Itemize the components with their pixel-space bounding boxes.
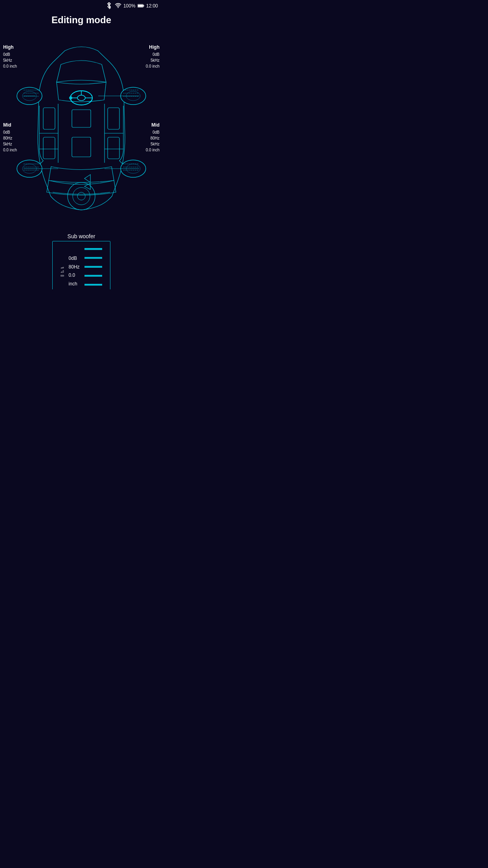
svg-rect-2 bbox=[143, 5, 144, 7]
ml-db: 0dB bbox=[3, 130, 10, 134]
svg-rect-7 bbox=[108, 137, 119, 159]
svg-rect-6 bbox=[43, 137, 55, 159]
sub-freq: 80Hz bbox=[69, 263, 80, 272]
tr-dist: 0.0 inch bbox=[146, 64, 160, 68]
tr-freq: 5kHz bbox=[150, 58, 160, 63]
sub-db: 0dB bbox=[69, 254, 80, 263]
svg-marker-47 bbox=[61, 270, 64, 272]
svg-rect-8 bbox=[72, 110, 91, 127]
car-svg: .car-line { stroke: #00bcd4; stroke-widt… bbox=[0, 27, 163, 232]
svg-rect-3 bbox=[138, 5, 143, 7]
time-text: 12:00 bbox=[146, 3, 158, 9]
subwoofer-values: 0dB 80Hz 0.0 inch bbox=[69, 254, 80, 288]
status-bar: 100% 12:00 bbox=[0, 0, 163, 11]
mr-freq-low: 80Hz bbox=[150, 136, 160, 140]
tl-freq: 5kHz bbox=[3, 58, 12, 63]
wifi-icon bbox=[115, 3, 121, 9]
mr-freq-high: 5kHz bbox=[150, 142, 160, 146]
svg-rect-5 bbox=[108, 108, 119, 129]
battery-text: 100% bbox=[123, 3, 136, 9]
svg-point-23 bbox=[69, 96, 72, 99]
svg-point-19 bbox=[77, 95, 85, 101]
page-title: Editing mode bbox=[0, 11, 163, 27]
svg-marker-46 bbox=[61, 267, 64, 268]
speaker-mid-right[interactable]: Mid 0dB 80Hz 5kHz 0.0 inch bbox=[146, 121, 160, 153]
svg-point-25 bbox=[73, 188, 90, 205]
tl-db: 0dB bbox=[3, 52, 10, 57]
status-icons: 100% 12:00 bbox=[106, 2, 158, 9]
car-diagram: High 0dB 5kHz 0.0 inch High 0dB 5kHz 0.0… bbox=[0, 27, 163, 232]
sub-dist: 0.0 inch bbox=[69, 271, 80, 288]
svg-rect-9 bbox=[72, 137, 91, 157]
tr-db: 0dB bbox=[152, 52, 160, 57]
subwoofer-title: Sub woofer bbox=[0, 233, 163, 239]
subwoofer-icons bbox=[61, 266, 64, 277]
speaker-mid-left[interactable]: Mid 0dB 80Hz 5kHz 0.0 inch bbox=[3, 121, 17, 153]
mr-db: 0dB bbox=[152, 130, 160, 134]
subwoofer-box[interactable]: 0dB 80Hz 0.0 inch bbox=[52, 241, 110, 289]
subwoofer-section: Sub woofer 0dB 80Hz 0.0 inch bbox=[0, 232, 163, 289]
svg-point-26 bbox=[77, 192, 85, 200]
battery-icon bbox=[138, 4, 144, 7]
ml-freq-high: 5kHz bbox=[3, 142, 12, 146]
svg-point-24 bbox=[68, 182, 95, 210]
tl-dist: 0.0 inch bbox=[3, 64, 17, 68]
level-bars-icon bbox=[84, 245, 102, 289]
svg-marker-43 bbox=[84, 175, 90, 182]
svg-point-0 bbox=[117, 7, 119, 8]
ml-dist: 0.0 inch bbox=[3, 148, 17, 152]
speaker-top-right[interactable]: High 0dB 5kHz 0.0 inch bbox=[146, 44, 160, 69]
svg-rect-4 bbox=[43, 108, 55, 129]
speaker-top-left[interactable]: High 0dB 5kHz 0.0 inch bbox=[3, 44, 17, 69]
mr-dist: 0.0 inch bbox=[146, 148, 160, 152]
bluetooth-icon bbox=[106, 2, 112, 9]
ml-freq-low: 80Hz bbox=[3, 136, 12, 140]
